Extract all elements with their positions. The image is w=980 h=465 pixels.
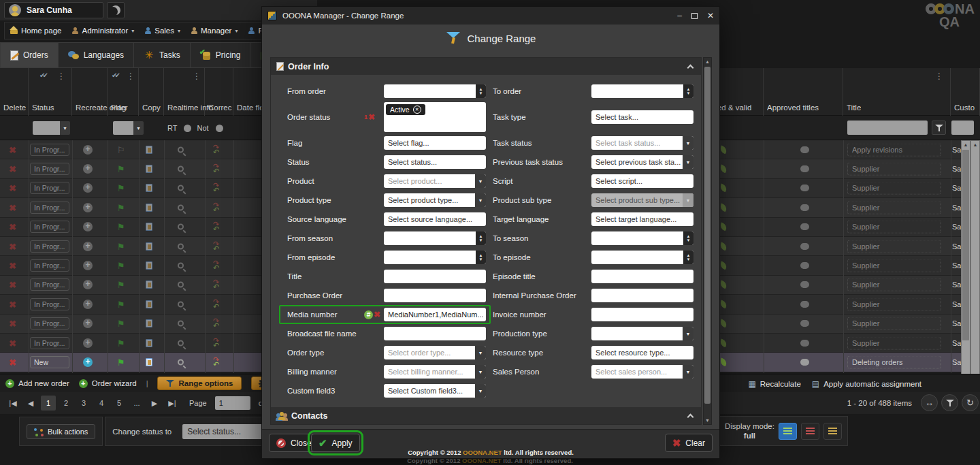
recreate-order-icon[interactable]: + bbox=[83, 203, 93, 212]
page-button[interactable]: 4 bbox=[94, 396, 109, 411]
correction-icon[interactable]: ↷↶ bbox=[213, 183, 219, 193]
first-page-button[interactable]: |◀ bbox=[5, 396, 20, 411]
recreate-order-icon[interactable]: + bbox=[83, 222, 93, 231]
copy-icon[interactable] bbox=[146, 319, 152, 327]
field-product-type[interactable]: Select product type...▼ bbox=[384, 193, 486, 207]
clear-field-icon[interactable]: ✖ bbox=[374, 310, 380, 319]
title-button[interactable]: Supplier bbox=[847, 163, 941, 176]
title-button[interactable]: Deleting orders bbox=[847, 356, 941, 369]
order-wizard-button[interactable]: + Order wizard bbox=[79, 379, 137, 388]
recreate-order-icon[interactable]: + bbox=[83, 319, 93, 328]
nav-home[interactable]: Home page bbox=[10, 27, 61, 35]
title-button[interactable]: Supplier bbox=[847, 317, 941, 330]
spinner-arrows-icon[interactable]: ▲▼ bbox=[683, 84, 693, 98]
dialog-scrollbar[interactable]: ▲ ▼ bbox=[703, 57, 712, 425]
correction-icon[interactable]: ↷↶ bbox=[213, 357, 219, 367]
dropdown-arrow-icon[interactable]: ▼ bbox=[475, 365, 486, 379]
clear-filter-button[interactable] bbox=[941, 394, 958, 411]
recreate-order-icon[interactable]: + bbox=[83, 242, 93, 251]
realtime-info-icon[interactable] bbox=[178, 340, 184, 346]
recreate-order-icon[interactable]: + bbox=[83, 300, 93, 309]
contacts-section-header[interactable]: Contacts bbox=[271, 407, 701, 424]
copy-icon[interactable] bbox=[146, 204, 152, 212]
field-purchase-order[interactable] bbox=[384, 289, 486, 302]
title-button[interactable]: Supplier bbox=[847, 221, 941, 234]
column-menu-icon[interactable]: ⋮ bbox=[193, 71, 201, 81]
column-header[interactable]: Approved titles bbox=[764, 68, 843, 116]
recreate-order-icon[interactable]: + bbox=[83, 183, 93, 193]
recreate-order-icon[interactable]: + bbox=[83, 164, 93, 174]
page-number-input[interactable]: 1 bbox=[215, 396, 250, 410]
display-mode-full-button[interactable] bbox=[779, 423, 797, 440]
field-custom-field3[interactable]: Select Custom field3...▼ bbox=[384, 384, 486, 398]
approved-bubble-icon[interactable] bbox=[800, 146, 809, 153]
delete-order-icon[interactable]: ✖ bbox=[9, 202, 16, 212]
copy-icon[interactable] bbox=[146, 261, 152, 270]
field-from-order[interactable]: ▲▼ bbox=[384, 84, 486, 98]
order-info-section-header[interactable]: Order Info bbox=[271, 58, 701, 75]
copy-icon[interactable] bbox=[146, 223, 152, 231]
spinner-arrows-icon[interactable]: ▲▼ bbox=[683, 231, 693, 245]
select-all-icon[interactable]: ✔✔ bbox=[112, 71, 118, 79]
realtime-info-icon[interactable] bbox=[178, 301, 184, 307]
spinner-arrows-icon[interactable]: ▲▼ bbox=[683, 251, 693, 264]
realtime-info-icon[interactable] bbox=[178, 224, 184, 230]
realtime-info-icon[interactable] bbox=[178, 243, 184, 249]
tab-orders[interactable]: Orders bbox=[0, 42, 59, 68]
page-button[interactable]: 2 bbox=[59, 396, 74, 411]
column-header[interactable]: Correc bbox=[205, 68, 233, 116]
copy-icon[interactable] bbox=[146, 300, 152, 308]
copy-icon[interactable] bbox=[146, 242, 152, 251]
title-filter-input[interactable] bbox=[847, 121, 928, 135]
minimize-button[interactable]: – bbox=[677, 12, 682, 20]
status-button[interactable]: In Progr... bbox=[30, 182, 69, 194]
selected-tag[interactable]: Active✕ bbox=[386, 104, 425, 115]
page-button-current[interactable]: 1 bbox=[41, 396, 56, 411]
page-button[interactable]: 5 bbox=[112, 396, 127, 411]
status-button[interactable]: In Progr... bbox=[30, 163, 69, 175]
status-button[interactable]: In Progr... bbox=[30, 298, 69, 310]
copy-icon[interactable] bbox=[146, 146, 152, 154]
title-button[interactable]: Supplier bbox=[847, 201, 941, 214]
scroll-up-icon[interactable]: ▲ bbox=[704, 59, 711, 64]
field-title[interactable] bbox=[384, 270, 486, 283]
correction-icon[interactable]: ↷↶ bbox=[213, 280, 219, 289]
add-new-order-button[interactable]: + Add new order bbox=[5, 379, 69, 388]
delete-order-icon[interactable]: ✖ bbox=[9, 144, 16, 155]
bulk-actions-button[interactable]: Bulk actions bbox=[27, 424, 95, 439]
field-task-type[interactable]: Select task... bbox=[591, 110, 693, 124]
next-page-button[interactable]: ▶ bbox=[147, 396, 162, 411]
recreate-order-icon[interactable]: + bbox=[83, 145, 93, 155]
correction-icon[interactable]: ↷↶ bbox=[213, 164, 219, 174]
dropdown-arrow-icon[interactable]: ▼ bbox=[60, 121, 70, 135]
recreate-order-icon[interactable]: + bbox=[83, 280, 93, 289]
realtime-info-icon[interactable] bbox=[178, 185, 184, 191]
approved-bubble-icon[interactable] bbox=[800, 243, 809, 250]
flag-icon[interactable]: ⚑ bbox=[117, 183, 125, 193]
collapse-chevron-icon[interactable] bbox=[687, 414, 694, 421]
grid-scrollbar-2[interactable]: ▲ ▼ bbox=[970, 140, 980, 394]
last-page-button[interactable]: ▶| bbox=[165, 396, 180, 411]
column-header[interactable]: Status bbox=[29, 68, 72, 116]
copy-icon[interactable] bbox=[146, 165, 152, 173]
delete-order-icon[interactable]: ✖ bbox=[9, 222, 16, 232]
nav-menu-administrator[interactable]: Administrator▾ bbox=[72, 27, 134, 35]
dropdown-arrow-icon[interactable]: ▼ bbox=[683, 193, 693, 207]
approved-bubble-icon[interactable] bbox=[800, 340, 809, 347]
field-broadcast-file-name[interactable] bbox=[384, 327, 486, 340]
delete-order-icon[interactable]: ✖ bbox=[9, 183, 16, 193]
field-episode-title[interactable] bbox=[591, 270, 693, 283]
title-button[interactable]: Supplier bbox=[847, 259, 941, 272]
column-header[interactable]: Copy bbox=[139, 68, 164, 116]
title-button[interactable]: Apply revisions bbox=[847, 143, 941, 156]
delete-order-icon[interactable]: ✖ bbox=[9, 299, 16, 309]
column-menu-icon[interactable]: ⋮ bbox=[57, 71, 65, 81]
delete-order-icon[interactable]: ✖ bbox=[9, 241, 16, 251]
nav-menu-manager[interactable]: Manager▾ bbox=[191, 27, 238, 35]
realtime-info-icon[interactable] bbox=[178, 359, 184, 366]
copy-icon[interactable] bbox=[146, 358, 152, 366]
not-radio[interactable] bbox=[216, 125, 223, 132]
approved-bubble-icon[interactable] bbox=[800, 359, 809, 366]
range-options-button[interactable]: Range options bbox=[157, 376, 242, 390]
field-source-language[interactable]: Select source language... bbox=[384, 212, 486, 226]
